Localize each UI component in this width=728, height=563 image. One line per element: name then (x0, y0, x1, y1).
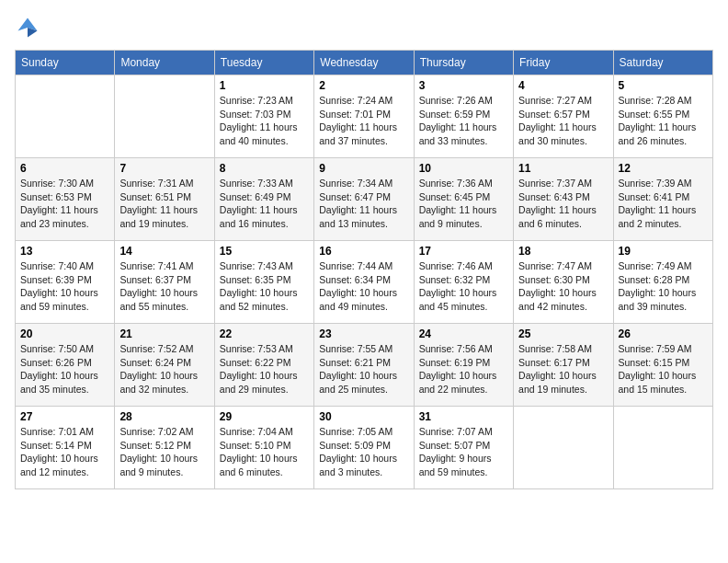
day-number: 17 (419, 245, 508, 258)
calendar-cell: 8Sunrise: 7:33 AMSunset: 6:49 PMDaylight… (214, 158, 313, 241)
calendar-cell: 31Sunrise: 7:07 AMSunset: 5:07 PMDayligh… (414, 407, 513, 489)
calendar-week-row: 20Sunrise: 7:50 AMSunset: 6:26 PMDayligh… (16, 324, 713, 407)
day-number: 28 (119, 410, 209, 423)
calendar-cell: 13Sunrise: 7:40 AMSunset: 6:39 PMDayligh… (16, 241, 115, 324)
calendar-cell: 17Sunrise: 7:46 AMSunset: 6:32 PMDayligh… (414, 241, 513, 324)
day-number: 12 (619, 162, 708, 175)
day-info: Sunrise: 7:01 AMSunset: 5:14 PMDaylight:… (20, 425, 109, 479)
day-number: 29 (220, 410, 309, 423)
calendar-cell: 27Sunrise: 7:01 AMSunset: 5:14 PMDayligh… (16, 407, 115, 489)
calendar-cell: 5Sunrise: 7:28 AMSunset: 6:55 PMDaylight… (613, 75, 712, 158)
calendar-cell: 28Sunrise: 7:02 AMSunset: 5:12 PMDayligh… (115, 407, 214, 489)
day-info: Sunrise: 7:56 AMSunset: 6:19 PMDaylight:… (419, 342, 508, 396)
calendar-cell (514, 407, 613, 489)
day-number: 31 (419, 410, 508, 423)
day-info: Sunrise: 7:27 AMSunset: 6:57 PMDaylight:… (518, 94, 608, 148)
day-number: 14 (119, 245, 209, 258)
calendar-cell: 4Sunrise: 7:27 AMSunset: 6:57 PMDaylight… (514, 75, 613, 158)
calendar-table: SundayMondayTuesdayWednesdayThursdayFrid… (15, 50, 713, 489)
day-number: 7 (119, 162, 209, 175)
day-number: 15 (220, 245, 309, 258)
calendar-cell (115, 75, 214, 158)
day-info: Sunrise: 7:23 AMSunset: 7:03 PMDaylight:… (220, 94, 309, 148)
day-info: Sunrise: 7:02 AMSunset: 5:12 PMDaylight:… (119, 425, 209, 479)
calendar-cell: 30Sunrise: 7:05 AMSunset: 5:09 PMDayligh… (314, 407, 414, 489)
calendar-cell: 19Sunrise: 7:49 AMSunset: 6:28 PMDayligh… (613, 241, 712, 324)
weekday-header: Sunday (16, 51, 115, 75)
calendar-cell: 9Sunrise: 7:34 AMSunset: 6:47 PMDaylight… (314, 158, 414, 241)
day-number: 6 (20, 162, 109, 175)
day-number: 10 (419, 162, 508, 175)
calendar-cell: 23Sunrise: 7:55 AMSunset: 6:21 PMDayligh… (314, 324, 414, 407)
day-info: Sunrise: 7:49 AMSunset: 6:28 PMDaylight:… (619, 259, 708, 314)
calendar-cell: 11Sunrise: 7:37 AMSunset: 6:43 PMDayligh… (514, 158, 613, 241)
day-number: 24 (419, 327, 508, 340)
calendar-cell (16, 75, 115, 158)
weekday-header: Wednesday (314, 51, 414, 75)
calendar-cell: 10Sunrise: 7:36 AMSunset: 6:45 PMDayligh… (414, 158, 513, 241)
calendar-cell: 16Sunrise: 7:44 AMSunset: 6:34 PMDayligh… (314, 241, 414, 324)
day-info: Sunrise: 7:33 AMSunset: 6:49 PMDaylight:… (220, 177, 309, 231)
day-info: Sunrise: 7:50 AMSunset: 6:26 PMDaylight:… (20, 342, 109, 396)
logo (15, 15, 44, 40)
day-number: 11 (518, 162, 608, 175)
day-info: Sunrise: 7:24 AMSunset: 7:01 PMDaylight:… (319, 94, 408, 148)
day-info: Sunrise: 7:07 AMSunset: 5:07 PMDaylight:… (419, 425, 508, 479)
calendar-body: 1Sunrise: 7:23 AMSunset: 7:03 PMDaylight… (16, 75, 713, 489)
calendar-week-row: 1Sunrise: 7:23 AMSunset: 7:03 PMDaylight… (16, 75, 713, 158)
day-info: Sunrise: 7:36 AMSunset: 6:45 PMDaylight:… (419, 177, 508, 231)
calendar-cell: 25Sunrise: 7:58 AMSunset: 6:17 PMDayligh… (514, 324, 613, 407)
day-number: 16 (319, 245, 408, 258)
calendar-week-row: 6Sunrise: 7:30 AMSunset: 6:53 PMDaylight… (16, 158, 713, 241)
day-info: Sunrise: 7:41 AMSunset: 6:37 PMDaylight:… (119, 259, 209, 314)
day-info: Sunrise: 7:31 AMSunset: 6:51 PMDaylight:… (119, 177, 209, 231)
calendar-cell: 22Sunrise: 7:53 AMSunset: 6:22 PMDayligh… (214, 324, 313, 407)
day-number: 8 (220, 162, 309, 175)
logo-icon (15, 15, 40, 40)
calendar-week-row: 13Sunrise: 7:40 AMSunset: 6:39 PMDayligh… (16, 241, 713, 324)
day-info: Sunrise: 7:34 AMSunset: 6:47 PMDaylight:… (319, 177, 408, 231)
day-number: 18 (518, 245, 608, 258)
day-number: 22 (220, 327, 309, 340)
day-number: 13 (20, 245, 109, 258)
day-number: 26 (619, 327, 708, 340)
day-info: Sunrise: 7:37 AMSunset: 6:43 PMDaylight:… (518, 177, 608, 231)
calendar-cell: 21Sunrise: 7:52 AMSunset: 6:24 PMDayligh… (115, 324, 214, 407)
calendar-cell: 3Sunrise: 7:26 AMSunset: 6:59 PMDaylight… (414, 75, 513, 158)
day-info: Sunrise: 7:52 AMSunset: 6:24 PMDaylight:… (119, 342, 209, 396)
calendar-cell: 15Sunrise: 7:43 AMSunset: 6:35 PMDayligh… (214, 241, 313, 324)
day-info: Sunrise: 7:46 AMSunset: 6:32 PMDaylight:… (419, 259, 508, 314)
day-info: Sunrise: 7:55 AMSunset: 6:21 PMDaylight:… (319, 342, 408, 396)
day-number: 30 (319, 410, 408, 423)
day-info: Sunrise: 7:28 AMSunset: 6:55 PMDaylight:… (619, 94, 708, 148)
weekday-header: Thursday (414, 51, 513, 75)
day-info: Sunrise: 7:30 AMSunset: 6:53 PMDaylight:… (20, 177, 109, 231)
calendar-cell (613, 407, 712, 489)
day-number: 21 (119, 327, 209, 340)
weekday-header: Tuesday (214, 51, 313, 75)
day-number: 4 (518, 79, 608, 92)
day-number: 5 (619, 79, 708, 92)
calendar-cell: 26Sunrise: 7:59 AMSunset: 6:15 PMDayligh… (613, 324, 712, 407)
day-info: Sunrise: 7:43 AMSunset: 6:35 PMDaylight:… (220, 259, 309, 314)
weekday-header: Monday (115, 51, 214, 75)
day-number: 9 (319, 162, 408, 175)
day-number: 25 (518, 327, 608, 340)
day-number: 27 (20, 410, 109, 423)
day-info: Sunrise: 7:53 AMSunset: 6:22 PMDaylight:… (220, 342, 309, 396)
day-info: Sunrise: 7:40 AMSunset: 6:39 PMDaylight:… (20, 259, 109, 314)
calendar-cell: 14Sunrise: 7:41 AMSunset: 6:37 PMDayligh… (115, 241, 214, 324)
calendar-cell: 12Sunrise: 7:39 AMSunset: 6:41 PMDayligh… (613, 158, 712, 241)
weekday-header: Saturday (613, 51, 712, 75)
day-number: 19 (619, 245, 708, 258)
day-number: 1 (220, 79, 309, 92)
day-info: Sunrise: 7:47 AMSunset: 6:30 PMDaylight:… (518, 259, 608, 314)
day-info: Sunrise: 7:59 AMSunset: 6:15 PMDaylight:… (619, 342, 708, 396)
day-info: Sunrise: 7:05 AMSunset: 5:09 PMDaylight:… (319, 425, 408, 479)
day-info: Sunrise: 7:44 AMSunset: 6:34 PMDaylight:… (319, 259, 408, 314)
day-number: 20 (20, 327, 109, 340)
calendar-cell: 7Sunrise: 7:31 AMSunset: 6:51 PMDaylight… (115, 158, 214, 241)
calendar-cell: 18Sunrise: 7:47 AMSunset: 6:30 PMDayligh… (514, 241, 613, 324)
calendar-cell: 2Sunrise: 7:24 AMSunset: 7:01 PMDaylight… (314, 75, 414, 158)
calendar-cell: 24Sunrise: 7:56 AMSunset: 6:19 PMDayligh… (414, 324, 513, 407)
